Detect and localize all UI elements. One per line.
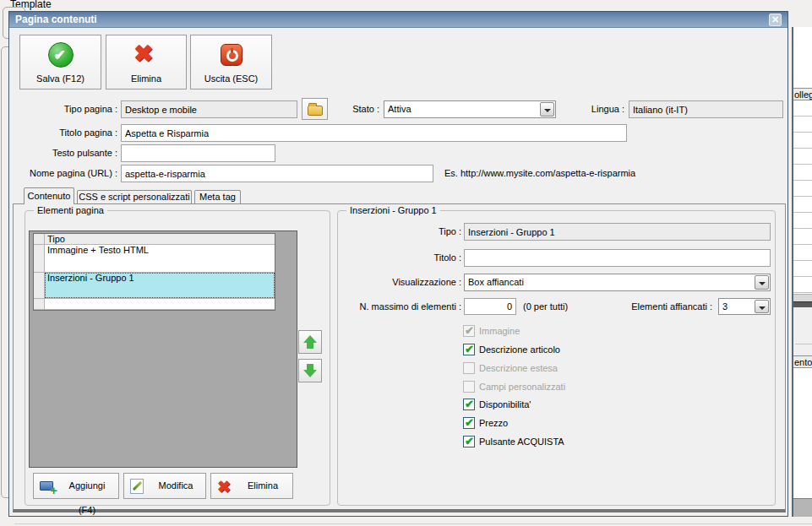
checkbox-row-6[interactable]: Pulsante ACQUISTA [463,436,564,447]
background-column-header-top: ollega [793,88,812,100]
column-header-tipo[interactable]: Tipo [45,234,275,244]
elementi-pagina-legend: Elementi pagina [34,205,107,215]
visualizzazione-select[interactable]: Box affiancati [464,274,771,291]
edit-element-button[interactable]: Modifica [123,473,206,499]
nome-pagina-label: Nome pagina (URL) : [16,168,117,178]
lingua-field[interactable] [629,100,783,118]
delete-button[interactable]: Elimina [106,35,187,89]
tab-css-script[interactable]: CSS e script personalizzati [77,190,192,203]
checkbox-label: Disponibilita' [479,399,531,409]
checkbox-box[interactable] [463,362,475,374]
row-selector-gutter[interactable] [34,245,45,272]
check-circle-icon [48,42,74,68]
titolo-pagina-field[interactable] [121,124,627,142]
close-icon[interactable] [769,14,782,26]
background-thin-line [795,344,812,344]
pagina-contenuti-dialog: Pagina contenuti Salva (F12) Elimina Usc… [8,11,788,517]
background-light-area [793,307,812,355]
checkbox-row-2[interactable]: Descrizione estesa [463,362,558,374]
add-element-button[interactable]: Aggiungi (F4) [33,473,119,499]
checkbox-box[interactable] [463,344,475,355]
green-arrow-down-icon [303,364,317,377]
table-header-row: Tipo [34,234,275,245]
background-divider [793,301,812,307]
background-gray-block [793,498,812,517]
inserzioni-titolo-field[interactable] [464,249,771,267]
exit-button-label: Uscita (ESC) [191,73,271,84]
tipo-pagina-field[interactable] [121,100,297,118]
edit-pencil-icon [130,479,144,494]
checkbox-row-0[interactable]: Immagine [463,325,520,337]
inserzioni-legend: Inserzioni - Gruppo 1 [346,205,440,215]
visualizzazione-value: Box affiancati [468,274,524,290]
checkbox-label: Descrizione estesa [479,363,558,373]
url-example-hint: Es. http://www.mysite.com/aspetta-e-risp… [444,168,635,178]
row-selector-gutter[interactable] [34,299,45,309]
checkbox-label: Prezzo [479,418,508,428]
add-icon [40,479,57,494]
edit-button-label: Modifica [150,474,202,498]
table-row-0[interactable]: Immagine + Testo HTML [34,245,275,273]
stato-select[interactable]: Attiva [384,100,556,118]
table-row-1[interactable]: Inserzioni - Gruppo 1 [34,273,275,299]
n-massimo-label: N. massimo di elementi : [343,301,461,312]
move-down-button[interactable] [298,359,322,382]
checkbox-label: Immagine [479,326,520,336]
save-button[interactable]: Salva (F12) [19,35,101,89]
checkbox-label: Pulsante ACQUISTA [479,437,564,447]
table-cell-tipo[interactable]: Inserzioni - Gruppo 1 [45,273,275,298]
delete-button-label: Elimina [106,73,186,84]
background-column-header-bottom: ento [793,355,812,368]
table-cell-tipo[interactable]: Immagine + Testo HTML [45,245,275,272]
checkbox-box[interactable] [463,381,475,393]
power-icon [221,44,243,66]
stato-label: Stato : [313,104,379,114]
green-arrow-up-icon [303,335,317,349]
elementi-affiancati-label: Elementi affiancati : [542,301,712,312]
tab-meta-tag[interactable]: Meta tag [194,190,241,203]
delete-element-button[interactable]: Elimina [210,473,293,499]
inserzioni-tipo-label: Tipo : [343,226,461,236]
save-button-label: Salva (F12) [20,73,101,84]
checkbox-box[interactable] [463,417,475,429]
tipo-pagina-label: Tipo pagina : [16,104,117,114]
move-up-button[interactable] [298,330,322,354]
red-x-icon [133,42,160,68]
delete-element-label: Elimina [237,474,289,498]
checkbox-row-4[interactable]: Disponibilita' [463,399,531,410]
visualizzazione-label: Visualizzazione : [343,277,461,287]
background-table-strip: ollega ento [792,27,812,517]
elementi-affiancati-value: 3 [722,299,728,315]
checkbox-row-3[interactable]: Campi personalizzati [463,381,565,393]
red-x-icon [217,479,234,494]
n-massimo-field[interactable] [464,298,516,315]
checkbox-label: Descrizione articolo [479,344,560,355]
background-table-rows [793,100,812,294]
inserzioni-tipo-field[interactable] [464,223,771,241]
inserzioni-titolo-label: Titolo : [343,252,461,263]
tab-contenuto[interactable]: Contenuto [24,187,74,204]
dialog-title: Pagina contenuti [15,12,97,28]
checkbox-row-1[interactable]: Descrizione articolo [463,344,560,355]
checkbox-box[interactable] [463,399,475,410]
testo-pulsante-label: Testo pulsante : [16,148,117,158]
checkbox-box[interactable] [463,325,475,337]
titolo-pagina-label: Titolo pagina : [16,127,117,138]
chevron-down-icon[interactable] [755,300,769,313]
table-cell-empty[interactable] [45,299,275,309]
background-gray-row [793,294,812,301]
nome-pagina-field[interactable] [121,165,433,182]
checkbox-box[interactable] [463,436,475,447]
chevron-down-icon[interactable] [755,275,769,290]
testo-pulsante-field[interactable] [121,144,275,162]
title-bar[interactable]: Pagina contenuti [9,12,787,28]
elementi-affiancati-select[interactable]: 3 [718,298,771,315]
checkbox-row-5[interactable]: Prezzo [463,417,508,429]
stato-value: Attiva [388,101,411,117]
add-button-label: Aggiungi (F4) [59,474,115,523]
checkbox-label: Campi personalizzati [479,382,565,392]
exit-button[interactable]: Uscita (ESC) [190,35,272,89]
elements-table: Tipo Immagine + Testo HTML Inserzioni - … [33,233,275,311]
row-selector-gutter[interactable] [34,273,45,298]
table-row-empty[interactable] [34,299,275,310]
